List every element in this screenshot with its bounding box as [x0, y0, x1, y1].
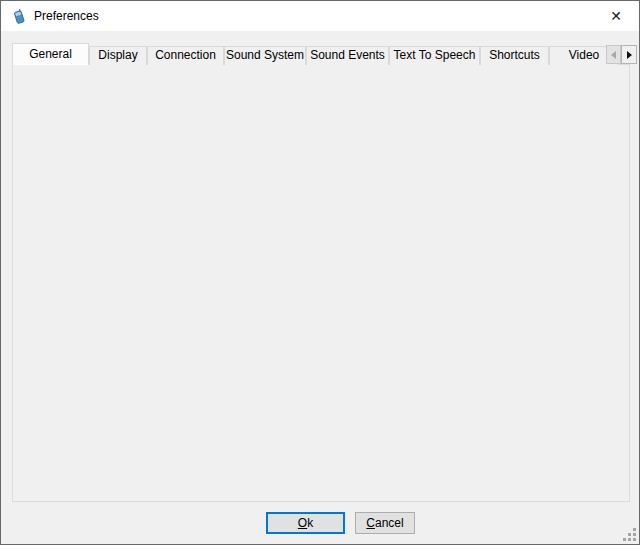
close-icon: ✕ — [610, 9, 622, 23]
tab-bar: GeneralDisplayConnectionSound SystemSoun… — [12, 43, 637, 65]
tab-general[interactable]: General — [12, 43, 89, 65]
tab-shortcuts[interactable]: Shortcuts — [480, 46, 549, 65]
ok-button[interactable]: Ok — [266, 512, 345, 534]
tab-scroll-left-button[interactable] — [606, 45, 621, 64]
tab-page-general — [12, 64, 630, 502]
window-title: Preferences — [34, 9, 99, 23]
preferences-dialog: Preferences ✕ GeneralDisplayConnectionSo… — [0, 0, 640, 545]
tab-display[interactable]: Display — [89, 46, 147, 65]
resize-grip[interactable] — [622, 527, 636, 541]
app-icon — [11, 9, 27, 25]
scroll-right-icon — [627, 51, 632, 59]
tab-scroll-right-button[interactable] — [621, 45, 637, 64]
cancel-button[interactable]: Cancel — [355, 512, 415, 534]
tab-sound-events[interactable]: Sound Events — [306, 46, 389, 65]
tab-sound-system[interactable]: Sound System — [224, 46, 306, 65]
scroll-left-icon — [611, 51, 616, 59]
tab-text-to-speech[interactable]: Text To Speech — [389, 46, 480, 65]
tab-connection[interactable]: Connection — [147, 46, 224, 65]
close-button[interactable]: ✕ — [593, 1, 639, 31]
title-bar: Preferences ✕ — [1, 1, 639, 31]
